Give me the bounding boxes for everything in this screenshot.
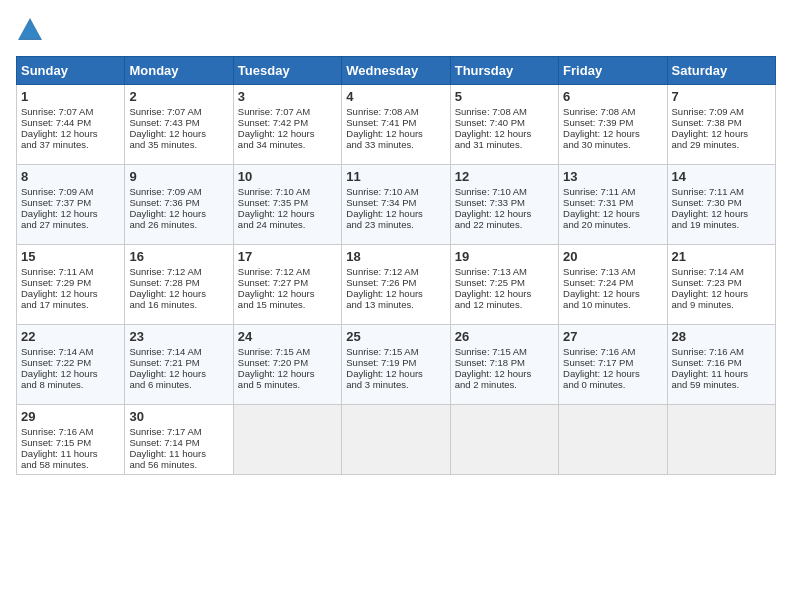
day-info: Sunset: 7:43 PM: [129, 117, 228, 128]
day-number: 1: [21, 89, 120, 104]
calendar-cell: 22Sunrise: 7:14 AMSunset: 7:22 PMDayligh…: [17, 325, 125, 405]
day-number: 29: [21, 409, 120, 424]
day-info: Sunset: 7:26 PM: [346, 277, 445, 288]
calendar-cell: 19Sunrise: 7:13 AMSunset: 7:25 PMDayligh…: [450, 245, 558, 325]
calendar-cell: 5Sunrise: 7:08 AMSunset: 7:40 PMDaylight…: [450, 85, 558, 165]
day-number: 9: [129, 169, 228, 184]
day-info: Daylight: 12 hours: [563, 288, 662, 299]
day-info: Sunset: 7:24 PM: [563, 277, 662, 288]
day-number: 15: [21, 249, 120, 264]
day-info: Daylight: 11 hours: [672, 368, 771, 379]
day-info: Sunrise: 7:07 AM: [21, 106, 120, 117]
day-info: Sunrise: 7:08 AM: [455, 106, 554, 117]
day-info: and 27 minutes.: [21, 219, 120, 230]
day-info: and 24 minutes.: [238, 219, 337, 230]
day-info: Daylight: 12 hours: [238, 368, 337, 379]
day-info: Sunset: 7:29 PM: [21, 277, 120, 288]
day-number: 11: [346, 169, 445, 184]
day-number: 10: [238, 169, 337, 184]
day-number: 21: [672, 249, 771, 264]
day-info: Daylight: 12 hours: [21, 208, 120, 219]
day-info: and 12 minutes.: [455, 299, 554, 310]
day-info: and 34 minutes.: [238, 139, 337, 150]
calendar-cell: [233, 405, 341, 475]
day-number: 14: [672, 169, 771, 184]
calendar-cell: 6Sunrise: 7:08 AMSunset: 7:39 PMDaylight…: [559, 85, 667, 165]
day-number: 8: [21, 169, 120, 184]
day-info: Sunset: 7:18 PM: [455, 357, 554, 368]
day-info: Daylight: 12 hours: [455, 368, 554, 379]
day-info: and 15 minutes.: [238, 299, 337, 310]
calendar-cell: 17Sunrise: 7:12 AMSunset: 7:27 PMDayligh…: [233, 245, 341, 325]
day-info: and 59 minutes.: [672, 379, 771, 390]
day-info: and 3 minutes.: [346, 379, 445, 390]
day-number: 19: [455, 249, 554, 264]
day-info: Daylight: 12 hours: [455, 288, 554, 299]
day-number: 26: [455, 329, 554, 344]
day-info: and 31 minutes.: [455, 139, 554, 150]
day-number: 25: [346, 329, 445, 344]
day-number: 22: [21, 329, 120, 344]
day-info: Daylight: 12 hours: [346, 208, 445, 219]
day-number: 20: [563, 249, 662, 264]
day-info: Sunrise: 7:08 AM: [563, 106, 662, 117]
logo: [16, 16, 48, 44]
day-info: Sunset: 7:30 PM: [672, 197, 771, 208]
day-info: Sunrise: 7:13 AM: [455, 266, 554, 277]
calendar-table: Sunday Monday Tuesday Wednesday Thursday…: [16, 56, 776, 475]
day-info: Sunset: 7:34 PM: [346, 197, 445, 208]
day-info: Sunset: 7:15 PM: [21, 437, 120, 448]
day-info: Daylight: 12 hours: [455, 128, 554, 139]
day-info: Daylight: 12 hours: [238, 128, 337, 139]
day-info: Sunset: 7:33 PM: [455, 197, 554, 208]
day-number: 5: [455, 89, 554, 104]
day-info: Sunrise: 7:11 AM: [21, 266, 120, 277]
day-info: Sunset: 7:27 PM: [238, 277, 337, 288]
calendar-cell: 24Sunrise: 7:15 AMSunset: 7:20 PMDayligh…: [233, 325, 341, 405]
calendar-cell: 3Sunrise: 7:07 AMSunset: 7:42 PMDaylight…: [233, 85, 341, 165]
day-info: Sunset: 7:16 PM: [672, 357, 771, 368]
calendar-cell: 10Sunrise: 7:10 AMSunset: 7:35 PMDayligh…: [233, 165, 341, 245]
calendar-cell: 1Sunrise: 7:07 AMSunset: 7:44 PMDaylight…: [17, 85, 125, 165]
day-info: Sunset: 7:19 PM: [346, 357, 445, 368]
day-number: 17: [238, 249, 337, 264]
day-number: 27: [563, 329, 662, 344]
day-info: Daylight: 12 hours: [129, 288, 228, 299]
day-number: 3: [238, 89, 337, 104]
day-info: Sunset: 7:41 PM: [346, 117, 445, 128]
day-info: Daylight: 12 hours: [672, 288, 771, 299]
day-info: Sunrise: 7:15 AM: [455, 346, 554, 357]
day-info: and 22 minutes.: [455, 219, 554, 230]
day-number: 28: [672, 329, 771, 344]
day-info: Sunrise: 7:11 AM: [563, 186, 662, 197]
calendar-cell: 27Sunrise: 7:16 AMSunset: 7:17 PMDayligh…: [559, 325, 667, 405]
day-info: Sunset: 7:28 PM: [129, 277, 228, 288]
calendar-cell: 9Sunrise: 7:09 AMSunset: 7:36 PMDaylight…: [125, 165, 233, 245]
day-info: Sunrise: 7:09 AM: [672, 106, 771, 117]
day-info: and 10 minutes.: [563, 299, 662, 310]
day-info: Sunset: 7:20 PM: [238, 357, 337, 368]
day-info: Sunset: 7:40 PM: [455, 117, 554, 128]
day-info: Sunset: 7:23 PM: [672, 277, 771, 288]
day-info: Sunrise: 7:07 AM: [129, 106, 228, 117]
calendar-cell: 11Sunrise: 7:10 AMSunset: 7:34 PMDayligh…: [342, 165, 450, 245]
day-info: Daylight: 12 hours: [563, 368, 662, 379]
day-number: 12: [455, 169, 554, 184]
day-info: and 2 minutes.: [455, 379, 554, 390]
day-number: 18: [346, 249, 445, 264]
day-number: 4: [346, 89, 445, 104]
day-info: Sunrise: 7:14 AM: [21, 346, 120, 357]
day-info: and 6 minutes.: [129, 379, 228, 390]
day-info: Sunset: 7:25 PM: [455, 277, 554, 288]
day-info: Daylight: 12 hours: [129, 208, 228, 219]
day-info: and 16 minutes.: [129, 299, 228, 310]
calendar-cell: 15Sunrise: 7:11 AMSunset: 7:29 PMDayligh…: [17, 245, 125, 325]
calendar-cell: 16Sunrise: 7:12 AMSunset: 7:28 PMDayligh…: [125, 245, 233, 325]
day-info: Daylight: 12 hours: [129, 368, 228, 379]
day-number: 6: [563, 89, 662, 104]
calendar-cell: 2Sunrise: 7:07 AMSunset: 7:43 PMDaylight…: [125, 85, 233, 165]
calendar-cell: [342, 405, 450, 475]
day-info: Sunrise: 7:09 AM: [129, 186, 228, 197]
day-info: Sunrise: 7:10 AM: [346, 186, 445, 197]
day-info: and 5 minutes.: [238, 379, 337, 390]
